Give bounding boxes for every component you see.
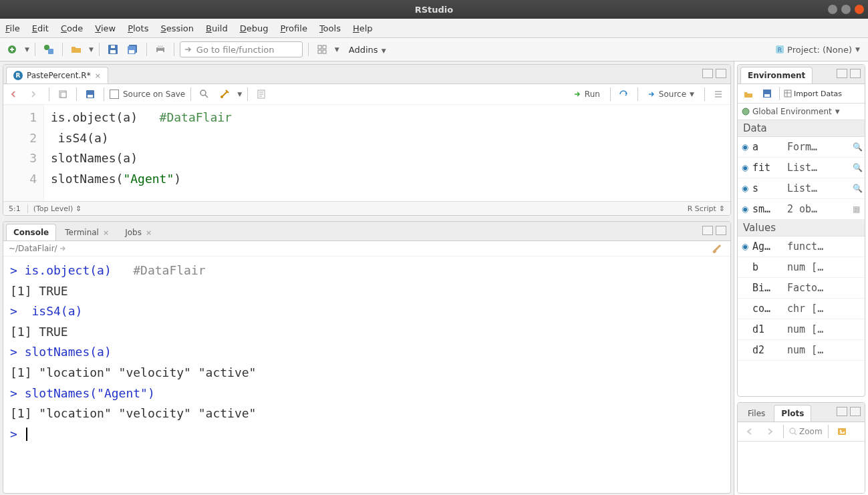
- menu-help[interactable]: Help: [353, 23, 373, 33]
- back-button[interactable]: [7, 86, 23, 102]
- window-close-button[interactable]: [855, 5, 864, 14]
- console-pane: Console Terminal × Jobs × ~/DataFlair/ >…: [3, 221, 731, 494]
- console-output[interactable]: > is.object(a) #DataFlair[1] TRUE> isS4(…: [3, 257, 730, 493]
- tab-terminal[interactable]: Terminal ×: [57, 224, 116, 240]
- grid-button[interactable]: [314, 41, 330, 57]
- tab-files[interactable]: Files: [740, 405, 772, 422]
- env-scope-selector[interactable]: Global Environment ▼: [738, 104, 865, 120]
- compile-report-button[interactable]: [253, 86, 269, 102]
- minimize-pane-button[interactable]: [837, 69, 847, 78]
- expand-icon[interactable]: ◉: [738, 184, 752, 193]
- tab-plots[interactable]: Plots: [774, 405, 811, 422]
- menubar: File Edit Code View Plots Session Build …: [0, 19, 868, 38]
- new-file-button[interactable]: [4, 41, 20, 57]
- expand-icon[interactable]: ◉: [738, 163, 752, 172]
- menu-plots[interactable]: Plots: [128, 23, 148, 33]
- maximize-pane-button[interactable]: [850, 69, 861, 78]
- env-row[interactable]: d1 num […: [738, 319, 865, 340]
- prev-plot-button[interactable]: [742, 424, 758, 440]
- tab-console[interactable]: Console: [6, 224, 56, 240]
- window-maximize-button[interactable]: [841, 5, 851, 14]
- close-icon[interactable]: ×: [146, 228, 152, 237]
- tab-environment[interactable]: Environment: [740, 67, 813, 84]
- menu-tools[interactable]: Tools: [319, 23, 341, 33]
- env-row[interactable]: ◉ s List… 🔍: [738, 178, 865, 199]
- expand-icon[interactable]: ◉: [738, 242, 752, 251]
- dropdown-icon[interactable]: ▼: [89, 46, 94, 53]
- env-value: List…: [787, 182, 853, 194]
- maximize-pane-button[interactable]: [716, 69, 726, 78]
- save-button[interactable]: [105, 41, 121, 57]
- env-row[interactable]: b num […: [738, 257, 865, 278]
- svg-rect-31: [838, 428, 846, 435]
- menu-debug[interactable]: Debug: [240, 23, 269, 33]
- minimize-pane-button[interactable]: [702, 69, 713, 78]
- menu-build[interactable]: Build: [206, 23, 228, 33]
- save-workspace-button[interactable]: [759, 86, 775, 102]
- minimize-pane-button[interactable]: [702, 226, 713, 235]
- menu-code[interactable]: Code: [61, 23, 83, 33]
- save-file-button[interactable]: [82, 86, 98, 102]
- open-file-button[interactable]: [68, 41, 84, 57]
- dropdown-icon[interactable]: ▼: [25, 46, 29, 53]
- env-row[interactable]: ◉ a Form… 🔍: [738, 137, 865, 158]
- code-editor[interactable]: 1234 is.object(a) #DataFlair isS4(a)slot…: [3, 105, 730, 201]
- window-minimize-button[interactable]: [828, 5, 837, 14]
- source-on-save-checkbox[interactable]: [110, 90, 119, 99]
- next-plot-button[interactable]: [762, 424, 778, 440]
- code-tools-button[interactable]: [216, 86, 233, 102]
- magnifier-icon[interactable]: 🔍: [853, 142, 865, 152]
- file-type-selector[interactable]: R Script ⇕: [688, 204, 725, 213]
- env-row[interactable]: ◉ Ag… funct…: [738, 236, 865, 257]
- maximize-pane-button[interactable]: [716, 226, 726, 235]
- editor-toolbar: Source on Save ▼ Run Source ▼: [3, 84, 730, 105]
- env-row[interactable]: ◉ sm… 2 ob… ▦: [738, 199, 865, 220]
- menu-session[interactable]: Session: [160, 23, 194, 33]
- close-icon[interactable]: ×: [103, 228, 109, 237]
- env-row[interactable]: d2 num […: [738, 340, 865, 361]
- clear-console-button[interactable]: [709, 240, 725, 257]
- magnifier-icon[interactable]: 🔍: [853, 163, 865, 172]
- source-button[interactable]: Source ▼: [643, 88, 699, 101]
- menu-view[interactable]: View: [95, 23, 116, 33]
- minimize-pane-button[interactable]: [837, 407, 847, 416]
- env-row[interactable]: ◉ fit List… 🔍: [738, 158, 865, 178]
- addins-button[interactable]: Addins ▼: [349, 45, 386, 55]
- cursor-position: 5:1: [9, 204, 21, 213]
- menu-profile[interactable]: Profile: [280, 23, 307, 33]
- maximize-pane-button[interactable]: [850, 407, 861, 416]
- import-dataset-button[interactable]: Import Datas: [784, 90, 842, 98]
- env-value: 2 ob…: [787, 203, 853, 215]
- svg-text:R: R: [778, 47, 782, 53]
- magnifier-icon[interactable]: 🔍: [853, 184, 865, 193]
- project-selector[interactable]: R Project: (None) ▼: [775, 45, 864, 55]
- close-tab-icon[interactable]: ×: [95, 71, 101, 80]
- forward-button[interactable]: [27, 86, 43, 102]
- run-button[interactable]: Run: [569, 88, 605, 101]
- menu-file[interactable]: File: [5, 23, 20, 33]
- env-row[interactable]: co… chr […: [738, 299, 865, 319]
- export-plot-button[interactable]: [834, 424, 850, 440]
- load-workspace-button[interactable]: [740, 86, 756, 102]
- expand-icon[interactable]: ◉: [738, 142, 752, 152]
- editor-tab[interactable]: R PastePercent.R* ×: [6, 67, 108, 84]
- zoom-button[interactable]: Zoom: [789, 427, 823, 436]
- outline-button[interactable]: [710, 86, 726, 102]
- print-button[interactable]: [152, 41, 168, 57]
- arrow-icon[interactable]: [59, 245, 67, 252]
- find-button[interactable]: [196, 86, 212, 102]
- plots-toolbar: Zoom: [738, 422, 865, 442]
- svg-rect-10: [158, 45, 163, 48]
- expand-icon[interactable]: ◉: [738, 204, 752, 214]
- scope-selector[interactable]: (Top Level) ⇕: [27, 204, 82, 213]
- goto-file-input[interactable]: Go to file/function: [180, 41, 303, 57]
- rerun-button[interactable]: [616, 86, 632, 102]
- tab-jobs[interactable]: Jobs ×: [118, 224, 159, 240]
- menu-edit[interactable]: Edit: [32, 23, 49, 33]
- show-in-new-window-button[interactable]: [55, 86, 71, 102]
- dropdown-icon[interactable]: ▼: [335, 46, 339, 53]
- env-row[interactable]: Bi… Facto…: [738, 278, 865, 299]
- save-all-button[interactable]: [125, 41, 141, 57]
- grid-icon[interactable]: ▦: [853, 204, 865, 214]
- new-project-button[interactable]: [41, 41, 57, 57]
